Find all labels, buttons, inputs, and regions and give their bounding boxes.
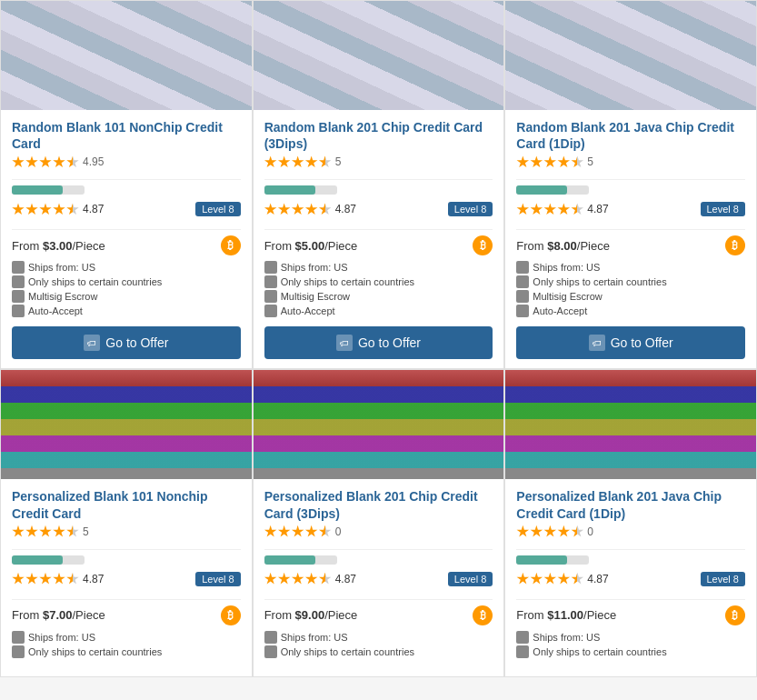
divider-top	[12, 549, 241, 550]
go-to-offer-label: Go to Offer	[105, 335, 168, 350]
star-filled	[39, 525, 52, 538]
star-filled	[516, 525, 529, 538]
star-filled	[25, 203, 38, 215]
info-item-ships-from: Ships from: US	[264, 631, 493, 644]
product-grid: Random Blank 101 NonChip Credit Card4.95…	[0, 0, 757, 677]
star-half	[66, 525, 79, 538]
star-filled	[543, 525, 556, 538]
divider-top	[516, 179, 745, 180]
only-ships-icon	[12, 275, 25, 288]
auto-accept-icon	[264, 305, 277, 317]
price-row: From $9.00/Piece₿	[264, 605, 493, 625]
star-filled	[557, 573, 570, 585]
star-filled	[557, 155, 570, 168]
review-count: 5	[335, 155, 342, 168]
image-placeholder	[1, 1, 252, 110]
star-filled	[530, 203, 543, 215]
star-filled	[264, 525, 277, 538]
star-filled	[516, 573, 529, 585]
star-filled	[543, 203, 556, 215]
star-filled	[292, 525, 304, 538]
star-filled	[305, 203, 318, 215]
info-item-ships-from: Ships from: US	[516, 261, 745, 274]
star-filled	[264, 203, 277, 215]
auto-accept-icon	[516, 305, 529, 317]
price-value: $7.00	[43, 608, 73, 622]
seller-rating-value: 4.87	[83, 573, 104, 585]
card-body: Personalized Blank 201 Chip Credit Card …	[254, 479, 504, 675]
info-text: Ships from: US	[533, 632, 600, 643]
star-half	[319, 525, 332, 538]
product-title: Personalized Blank 201 Chip Credit Card …	[264, 488, 493, 521]
product-rating-row: 5	[516, 155, 745, 168]
bitcoin-icon: ₿	[221, 235, 241, 255]
star-filled	[292, 203, 304, 215]
star-filled	[305, 525, 318, 538]
multisig-icon	[516, 290, 529, 303]
stars	[516, 525, 583, 538]
star-half	[66, 203, 79, 215]
star-filled	[543, 573, 556, 585]
price-text: From $5.00/Piece	[264, 239, 358, 253]
go-to-offer-button[interactable]: 🏷Go to Offer	[12, 326, 241, 359]
star-filled	[278, 573, 291, 585]
star-half	[319, 203, 332, 215]
info-text: Only ships to certain countries	[533, 276, 666, 287]
review-count: 0	[587, 525, 593, 538]
offer-icon: 🏷	[336, 335, 353, 351]
offer-icon: 🏷	[84, 335, 100, 351]
star-filled	[292, 573, 304, 585]
seller-bar	[264, 185, 337, 195]
seller-bar	[12, 185, 85, 195]
only-ships-icon	[264, 645, 277, 658]
level-badge: Level 8	[448, 572, 493, 586]
stars	[516, 155, 583, 168]
product-card-p4: Personalized Blank 101 Nonchip Credit Ca…	[0, 369, 253, 676]
price-text: From $11.00/Piece	[516, 608, 616, 622]
multisig-icon	[12, 290, 25, 303]
star-filled	[278, 155, 291, 168]
ships-from-icon	[516, 261, 529, 274]
star-filled	[53, 525, 65, 538]
info-text: Auto-Accept	[533, 305, 587, 316]
product-image	[254, 370, 504, 479]
price-value: $9.00	[295, 608, 325, 622]
multisig-icon	[264, 290, 277, 303]
product-title: Personalized Blank 101 Nonchip Credit Ca…	[12, 488, 241, 521]
price-text: From $8.00/Piece	[516, 239, 610, 253]
divider-top	[516, 549, 745, 550]
star-filled	[530, 573, 543, 585]
seller-rating-row: 4.87Level 8	[516, 572, 745, 586]
bitcoin-icon: ₿	[725, 605, 745, 625]
go-to-offer-button[interactable]: 🏷Go to Offer	[264, 326, 493, 359]
review-count: 4.95	[83, 155, 104, 168]
info-item-multisig: Multisig Escrow	[12, 290, 241, 303]
only-ships-icon	[516, 275, 529, 288]
card-body: Random Blank 101 NonChip Credit Card4.95…	[1, 110, 252, 368]
bitcoin-icon: ₿	[473, 235, 493, 255]
star-filled	[292, 155, 304, 168]
seller-stars: 4.87	[12, 573, 104, 585]
info-text: Ships from: US	[533, 262, 600, 273]
info-text: Ships from: US	[28, 262, 95, 273]
product-image	[1, 370, 252, 479]
star-filled	[278, 203, 291, 215]
product-title: Random Blank 101 NonChip Credit Card	[12, 119, 241, 152]
info-item-ships-from: Ships from: US	[516, 631, 745, 644]
star-filled	[305, 155, 318, 168]
image-placeholder	[1, 370, 252, 479]
divider-top	[264, 549, 493, 550]
star-filled	[557, 203, 570, 215]
seller-bar-fill	[516, 555, 567, 565]
info-list: Ships from: US Only ships to certain cou…	[264, 261, 493, 319]
seller-bar	[516, 555, 589, 565]
info-text: Ships from: US	[281, 632, 348, 643]
go-to-offer-button[interactable]: 🏷Go to Offer	[516, 326, 745, 359]
offer-icon: 🏷	[589, 335, 605, 351]
card-body: Random Blank 201 Java Chip Credit Card (…	[505, 110, 756, 368]
divider-mid	[264, 229, 493, 230]
product-title: Random Blank 201 Chip Credit Card (3Dips…	[264, 119, 493, 152]
seller-stars: 4.87	[12, 203, 104, 215]
price-row: From $5.00/Piece₿	[264, 235, 493, 255]
seller-rating-value: 4.87	[587, 203, 608, 215]
